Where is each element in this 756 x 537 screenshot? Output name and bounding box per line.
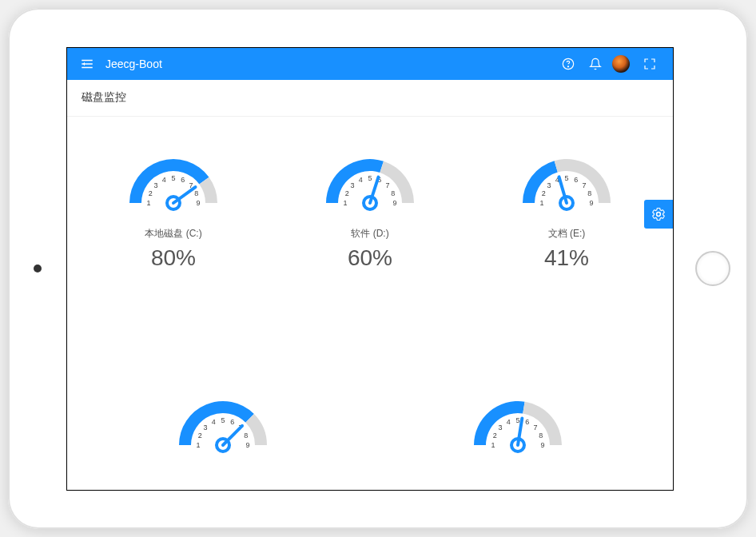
svg-text:8: 8	[539, 432, 543, 440]
gauge-label: 软件 (D:)	[351, 227, 388, 241]
gauge-label: 文档 (E:)	[548, 227, 586, 241]
bell-icon	[589, 58, 602, 70]
gauge-cell: 123456789 文档 (E:) 41%	[487, 141, 647, 271]
svg-text:5: 5	[221, 416, 225, 424]
gauge-chart: 123456789	[117, 141, 229, 213]
svg-text:4: 4	[162, 176, 166, 184]
gauge-chart: 123456789	[462, 383, 574, 455]
svg-text:8: 8	[587, 189, 591, 197]
svg-text:5: 5	[564, 174, 568, 182]
svg-text:9: 9	[589, 199, 593, 207]
avatar[interactable]	[612, 55, 630, 73]
help-button[interactable]	[556, 52, 580, 76]
menu-toggle-button[interactable]	[78, 55, 96, 73]
svg-text:7: 7	[533, 424, 537, 432]
gauge-row-1: 123456789 本地磁盘 (C:) 80% 123456789 软件 (D:…	[75, 141, 665, 271]
content-area: 123456789 本地磁盘 (C:) 80% 123456789 软件 (D:…	[67, 117, 673, 490]
question-circle-icon	[562, 58, 575, 70]
svg-text:6: 6	[181, 176, 185, 184]
svg-text:6: 6	[574, 176, 578, 184]
svg-text:3: 3	[351, 181, 355, 189]
svg-text:3: 3	[547, 181, 551, 189]
gauge-value: 80%	[151, 245, 196, 271]
expand-icon	[643, 58, 656, 70]
svg-text:8: 8	[391, 189, 395, 197]
gauge-chart: 123456789	[511, 141, 623, 213]
svg-text:2: 2	[492, 432, 496, 440]
svg-text:1: 1	[539, 199, 543, 207]
svg-text:5: 5	[171, 174, 175, 182]
svg-text:9: 9	[540, 441, 544, 449]
svg-text:1: 1	[146, 199, 150, 207]
gauge: 123456789	[511, 141, 623, 213]
app-title: Jeecg-Boot	[105, 58, 162, 70]
page-title: 磁盘监控	[82, 90, 126, 105]
gauge: 123456789	[314, 141, 426, 213]
svg-text:4: 4	[506, 418, 510, 426]
svg-text:5: 5	[515, 416, 519, 424]
svg-text:3: 3	[154, 181, 158, 189]
gauge-cell: 123456789 本地磁盘 (C:) 80%	[94, 141, 253, 271]
svg-text:5: 5	[368, 174, 372, 182]
svg-text:8: 8	[244, 432, 248, 440]
svg-text:6: 6	[525, 418, 529, 426]
page-title-bar: 磁盘监控	[67, 80, 673, 117]
svg-text:3: 3	[498, 424, 502, 432]
gauge-chart: 123456789	[167, 383, 279, 455]
gear-icon	[651, 207, 666, 221]
svg-text:7: 7	[582, 181, 586, 189]
tablet-home-button[interactable]	[695, 251, 730, 286]
svg-text:4: 4	[211, 418, 215, 426]
svg-text:2: 2	[345, 189, 349, 197]
gauge-chart: 123456789	[314, 141, 426, 213]
gauge-value: 60%	[348, 245, 392, 271]
menu-fold-icon	[80, 57, 94, 71]
gauge-value: 41%	[544, 245, 589, 271]
svg-text:4: 4	[359, 176, 363, 184]
svg-text:7: 7	[385, 181, 389, 189]
gauge: 123456789	[117, 141, 229, 213]
svg-point-60	[657, 212, 661, 216]
gauge-cell: 123456789	[438, 383, 598, 474]
svg-text:3: 3	[203, 424, 207, 432]
svg-text:2: 2	[542, 189, 546, 197]
svg-text:6: 6	[230, 418, 234, 426]
svg-line-48	[223, 425, 242, 444]
fullscreen-button[interactable]	[638, 52, 662, 76]
gauge-row-2: 123456789 123456789	[75, 383, 665, 474]
svg-point-4	[567, 66, 568, 66]
svg-text:1: 1	[343, 199, 347, 207]
svg-text:2: 2	[197, 432, 201, 440]
tablet-camera	[34, 265, 42, 272]
svg-line-15	[173, 187, 196, 203]
svg-text:8: 8	[194, 189, 198, 197]
gauge-cell: 123456789	[143, 383, 303, 474]
svg-text:1: 1	[196, 441, 200, 449]
svg-text:2: 2	[149, 189, 153, 197]
gauge: 123456789	[167, 383, 279, 455]
svg-text:9: 9	[196, 199, 200, 207]
gauge: 123456789	[462, 383, 574, 455]
svg-text:9: 9	[245, 441, 249, 449]
app-viewport: Jeecg-Boot	[66, 47, 674, 491]
svg-text:9: 9	[392, 199, 396, 207]
tablet-frame: Jeecg-Boot	[8, 8, 748, 529]
settings-drawer-button[interactable]	[644, 200, 673, 229]
gauge-label: 本地磁盘 (C:)	[145, 227, 201, 241]
gauge-cell: 123456789 软件 (D:) 60%	[290, 141, 450, 271]
app-header: Jeecg-Boot	[67, 48, 673, 80]
svg-text:1: 1	[491, 441, 495, 449]
notification-button[interactable]	[583, 52, 607, 76]
